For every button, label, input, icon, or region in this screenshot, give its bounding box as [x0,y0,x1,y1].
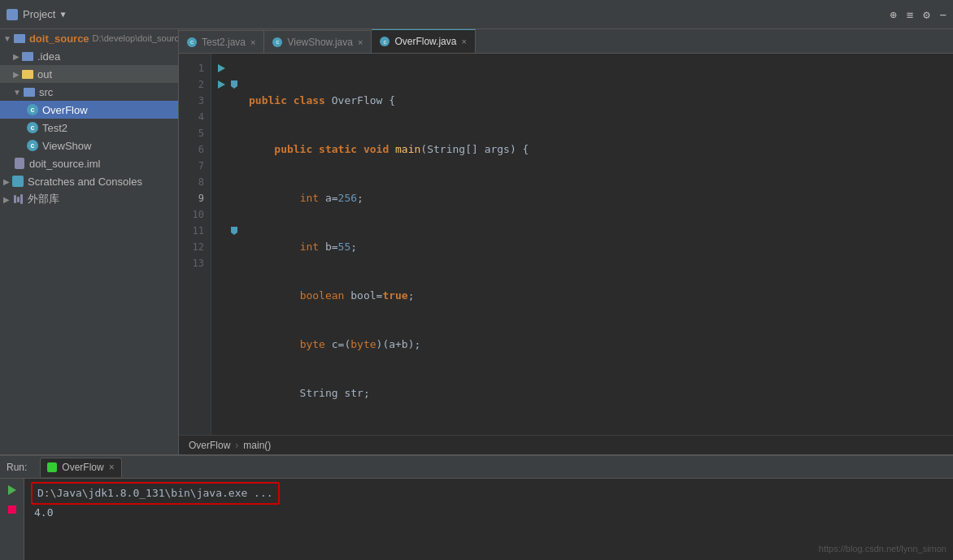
sidebar-viewshow-label: ViewShow [42,140,91,152]
bm1 [231,60,242,76]
bottom-tabs: Run: OverFlow × [0,456,953,479]
sidebar-item-test2[interactable]: c Test2 [0,119,178,137]
run-line11-empty [211,223,231,239]
minimize-icon[interactable]: − [940,8,946,21]
top-bar-icons: ⊕ ≡ ⚙ − [890,8,946,21]
sidebar-out-label: out [37,68,52,80]
breadcrumb-class: OverFlow [189,440,230,451]
run-line2[interactable] [211,76,231,93]
out-folder-icon [21,67,34,80]
code-editor: 1 2 3 4 5 6 7 8 9 10 11 12 13 [179,54,953,435]
line-numbers: 1 2 3 4 5 6 7 8 9 10 11 12 13 [179,54,211,435]
project-label: Project [23,8,55,20]
chevron-right-icon: ▶ [13,70,20,79]
viewshow-java-icon: c [26,139,39,152]
run-gutter [211,54,231,435]
sidebar-src-label: src [39,86,53,98]
sidebar-item-doit-source[interactable]: ▼ doit_source D:\develop\doit_source [0,29,178,47]
sidebar-item-external-lib[interactable]: ▶ 外部库 [0,190,178,208]
tab-test2-close[interactable]: × [250,37,255,47]
tab-overflow[interactable]: c OverFlow.java × [372,29,475,53]
chevron-right-icon: ▶ [3,177,10,186]
iml-file-icon [13,157,26,170]
bottom-tab-overflow[interactable]: OverFlow × [40,458,121,477]
overflow-java-icon: c [26,103,39,116]
code-line-6: byte c=(byte)(a+b); [249,336,953,353]
bottom-panel: Run: OverFlow × D:\Java\jdk1.8.0_131\bin… [0,454,953,560]
add-icon[interactable]: ⊕ [890,8,896,21]
stop-button[interactable] [4,501,20,518]
sidebar-item-out[interactable]: ▶ out [0,65,178,83]
line-num-1: 1 [179,60,211,76]
run-line3-empty [211,93,231,109]
sidebar-item-viewshow[interactable]: c ViewShow [0,137,178,154]
run-line7-empty [211,158,231,174]
chevron-down-icon: ▼ [13,88,21,97]
tab-test2[interactable]: c Test2.java × [179,30,264,53]
bm5 [231,125,242,141]
sidebar-item-overflow[interactable]: c OverFlow [0,101,178,119]
run-line10-empty [211,206,231,223]
line-num-5: 5 [179,125,211,141]
tab-viewshow[interactable]: c ViewShow.java × [264,30,372,53]
line-num-2: 2 [179,76,211,93]
code-line-2: public static void main(String[] args) { [249,141,953,158]
run-line1[interactable] [211,60,231,76]
output-value: 4.0 [34,506,53,519]
output-value-line: 4.0 [31,505,946,521]
breadcrumb-sep: › [235,440,238,451]
sidebar-scratches-label: Scratches and Consoles [28,176,142,188]
bottom-tab-close[interactable]: × [109,462,115,473]
line-num-8: 8 [179,174,211,190]
tabs-bar: c Test2.java × c ViewShow.java × c OverF… [179,29,953,54]
bookmark-gutter [231,54,242,435]
project-dropdown-icon[interactable]: ▼ [60,10,65,19]
watermark: https://blog.csdn.net/lynn_simon [819,544,946,553]
breadcrumb-method: main() [243,440,271,451]
sidebar-overflow-label: OverFlow [42,104,88,116]
play-button[interactable] [4,482,20,498]
sidebar-idea-label: .idea [37,50,60,63]
line-num-12: 12 [179,239,211,255]
bm4 [231,109,242,125]
tab-overflow-close[interactable]: × [461,37,466,46]
sidebar-external-lib-label: 外部库 [28,192,59,206]
src-folder-icon [23,85,36,98]
bm7 [231,158,242,174]
sidebar-test2-label: Test2 [42,122,67,134]
bottom-run-icon [47,462,57,472]
run-line4-empty [211,109,231,125]
run-line12-empty [211,239,231,255]
project-folder-icon [7,9,18,20]
overflow-tab-icon: c [380,37,389,46]
code-line-5: boolean bool=true; [249,288,953,304]
run-label: Run: [7,462,27,473]
sidebar-item-iml[interactable]: doit_source.iml [0,154,178,172]
bm2 [231,76,242,93]
output-box: D:\Java\jdk1.8.0_131\bin\java.exe ... [31,482,280,505]
external-lib-icon [11,193,24,206]
sidebar-item-src[interactable]: ▼ src [0,83,178,101]
code-content[interactable]: public class OverFlow { public static vo… [242,54,953,435]
bottom-panel-content: D:\Java\jdk1.8.0_131\bin\java.exe ... 4.… [0,479,953,560]
sidebar-item-idea[interactable]: ▶ .idea [0,47,178,65]
bm13 [231,255,242,271]
bm9 [231,190,242,206]
bm6 [231,141,242,158]
settings-icon[interactable]: ⚙ [923,8,929,21]
code-line-3: int a=256; [249,190,953,206]
bm12 [231,239,242,255]
bm3 [231,93,242,109]
tab-viewshow-close[interactable]: × [358,37,363,47]
bottom-controls [0,479,24,560]
sidebar-item-scratches[interactable]: ▶ Scratches and Consoles [0,172,178,190]
editor-area: c Test2.java × c ViewShow.java × c OverF… [179,29,953,454]
code-line-1: public class OverFlow { [249,93,953,109]
run-line5-empty [211,125,231,141]
bottom-tab-label: OverFlow [62,462,103,473]
scratches-icon [11,175,24,188]
test2-java-icon: c [26,121,39,134]
line-num-7: 7 [179,158,211,174]
viewshow-tab-icon: c [272,37,282,47]
collapse-icon[interactable]: ≡ [907,8,913,21]
